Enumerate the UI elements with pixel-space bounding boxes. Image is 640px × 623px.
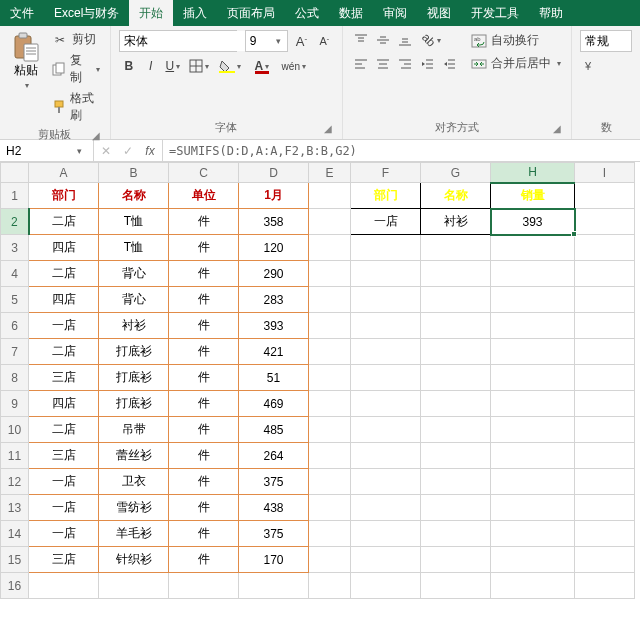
row-header[interactable]: 3 bbox=[1, 235, 29, 261]
cell[interactable]: 393 bbox=[491, 209, 575, 235]
border-button[interactable]: ▾ bbox=[185, 56, 213, 76]
cell[interactable]: 358 bbox=[239, 209, 309, 235]
cell[interactable] bbox=[575, 417, 635, 443]
cell[interactable]: 421 bbox=[239, 339, 309, 365]
cell[interactable]: 290 bbox=[239, 261, 309, 287]
cell[interactable]: 375 bbox=[239, 469, 309, 495]
fill-color-button[interactable]: ▾ bbox=[215, 56, 245, 76]
cell[interactable]: 件 bbox=[169, 495, 239, 521]
align-center-button[interactable] bbox=[373, 54, 393, 74]
cell[interactable]: 四店 bbox=[29, 391, 99, 417]
row-header[interactable]: 7 bbox=[1, 339, 29, 365]
cell[interactable]: 一店 bbox=[29, 495, 99, 521]
chevron-down-icon[interactable]: ▾ bbox=[557, 59, 561, 68]
row-header[interactable]: 11 bbox=[1, 443, 29, 469]
column-header[interactable]: A bbox=[29, 163, 99, 183]
cell[interactable] bbox=[491, 261, 575, 287]
cell[interactable] bbox=[421, 469, 491, 495]
cell[interactable] bbox=[309, 339, 351, 365]
row-header[interactable]: 6 bbox=[1, 313, 29, 339]
menu-tab[interactable]: 开发工具 bbox=[461, 0, 529, 26]
cell[interactable]: 打底衫 bbox=[99, 391, 169, 417]
menu-tab[interactable]: 帮助 bbox=[529, 0, 573, 26]
cell[interactable]: T恤 bbox=[99, 235, 169, 261]
enter-formula-button[interactable]: ✓ bbox=[120, 144, 136, 158]
cell[interactable] bbox=[421, 521, 491, 547]
merge-center-button[interactable]: 合并后居中 ▾ bbox=[469, 54, 563, 73]
cell[interactable] bbox=[491, 339, 575, 365]
cell[interactable]: 件 bbox=[169, 365, 239, 391]
cell[interactable] bbox=[575, 521, 635, 547]
dialog-launcher-icon[interactable]: ◢ bbox=[90, 130, 102, 142]
increase-font-button[interactable]: Aˆ bbox=[292, 31, 311, 51]
menu-tab[interactable]: Excel与财务 bbox=[44, 0, 129, 26]
cell[interactable] bbox=[351, 313, 421, 339]
paste-button[interactable]: 粘贴 ▾ bbox=[8, 30, 44, 92]
menu-tab[interactable]: 文件 bbox=[0, 0, 44, 26]
row-header[interactable]: 9 bbox=[1, 391, 29, 417]
cell[interactable]: 二店 bbox=[29, 209, 99, 235]
bold-button[interactable]: B bbox=[119, 56, 139, 76]
cell[interactable] bbox=[351, 495, 421, 521]
cell[interactable] bbox=[575, 235, 635, 261]
cell[interactable] bbox=[351, 261, 421, 287]
cell[interactable] bbox=[309, 183, 351, 209]
chevron-down-icon[interactable]: ▾ bbox=[25, 81, 29, 90]
cell[interactable]: 一店 bbox=[351, 209, 421, 235]
chevron-down-icon[interactable]: ▾ bbox=[272, 36, 286, 46]
cell[interactable] bbox=[421, 391, 491, 417]
menu-tab[interactable]: 页面布局 bbox=[217, 0, 285, 26]
cell[interactable] bbox=[575, 183, 635, 209]
cell[interactable] bbox=[421, 495, 491, 521]
cell[interactable]: 衬衫 bbox=[421, 209, 491, 235]
cell[interactable]: 485 bbox=[239, 417, 309, 443]
cell[interactable]: 背心 bbox=[99, 261, 169, 287]
column-header[interactable]: G bbox=[421, 163, 491, 183]
insert-function-button[interactable]: fx bbox=[142, 144, 158, 158]
cell[interactable]: 背心 bbox=[99, 287, 169, 313]
cell[interactable] bbox=[351, 547, 421, 573]
align-middle-button[interactable] bbox=[373, 30, 393, 50]
cell[interactable]: T恤 bbox=[99, 209, 169, 235]
cell[interactable]: 销量 bbox=[491, 183, 575, 209]
cell[interactable]: 吊带 bbox=[99, 417, 169, 443]
cell[interactable]: 部门 bbox=[351, 183, 421, 209]
cell[interactable]: 蕾丝衫 bbox=[99, 443, 169, 469]
cell[interactable] bbox=[491, 287, 575, 313]
cell[interactable]: 375 bbox=[239, 521, 309, 547]
row-header[interactable]: 14 bbox=[1, 521, 29, 547]
cell[interactable]: 雪纺衫 bbox=[99, 495, 169, 521]
row-header[interactable]: 10 bbox=[1, 417, 29, 443]
cell[interactable] bbox=[575, 313, 635, 339]
format-painter-button[interactable]: 格式刷 bbox=[50, 89, 102, 125]
cell[interactable]: 393 bbox=[239, 313, 309, 339]
cell[interactable] bbox=[491, 443, 575, 469]
cell[interactable] bbox=[309, 443, 351, 469]
phonetic-button[interactable]: wén▾ bbox=[279, 56, 309, 76]
cell[interactable]: 一店 bbox=[29, 469, 99, 495]
decrease-font-button[interactable]: Aˇ bbox=[315, 31, 334, 51]
menu-tab[interactable]: 审阅 bbox=[373, 0, 417, 26]
cell[interactable]: 件 bbox=[169, 547, 239, 573]
cell[interactable] bbox=[575, 261, 635, 287]
cell[interactable] bbox=[421, 287, 491, 313]
cell[interactable]: 羊毛衫 bbox=[99, 521, 169, 547]
column-header[interactable]: E bbox=[309, 163, 351, 183]
cell[interactable]: 三店 bbox=[29, 443, 99, 469]
cell[interactable]: 四店 bbox=[29, 235, 99, 261]
cell[interactable]: 件 bbox=[169, 443, 239, 469]
italic-button[interactable]: I bbox=[141, 56, 161, 76]
dialog-launcher-icon[interactable]: ◢ bbox=[322, 123, 334, 135]
cell[interactable] bbox=[309, 261, 351, 287]
cell[interactable]: 一店 bbox=[29, 521, 99, 547]
cell[interactable]: 170 bbox=[239, 547, 309, 573]
column-header[interactable]: I bbox=[575, 163, 635, 183]
align-bottom-button[interactable] bbox=[395, 30, 415, 50]
cell[interactable] bbox=[309, 573, 351, 599]
cell[interactable] bbox=[491, 573, 575, 599]
cell[interactable] bbox=[491, 469, 575, 495]
cell[interactable] bbox=[575, 573, 635, 599]
row-header[interactable]: 8 bbox=[1, 365, 29, 391]
cell[interactable] bbox=[309, 391, 351, 417]
cell[interactable] bbox=[575, 209, 635, 235]
